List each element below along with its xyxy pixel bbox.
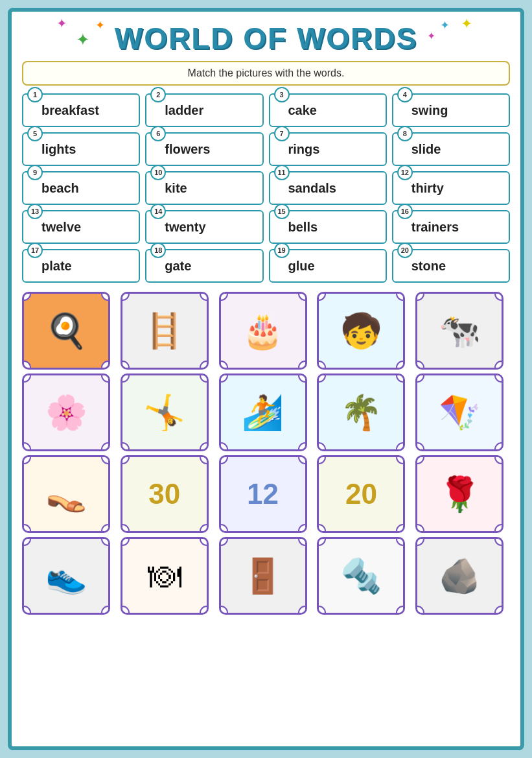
word-cell-5: 5lights [22, 132, 140, 166]
page-title: WORLD OF WORDS [115, 21, 418, 55]
pic-circle-br-11 [200, 524, 209, 533]
pic-circle-bl-4 [415, 361, 424, 370]
pic-circle-br-8 [396, 442, 405, 451]
pic-circle-br-17 [298, 606, 307, 615]
pic-circle-bl-17 [219, 606, 228, 615]
pic-circle-bl-6 [121, 442, 130, 451]
pic-circle-bl-5 [22, 442, 31, 451]
word-number-1: 1 [27, 87, 43, 102]
twelve-pic: 12 [219, 455, 307, 533]
pic-circle-tl-11 [121, 455, 130, 464]
pic-image-19: 🪨 [424, 545, 494, 607]
word-number-11: 11 [274, 165, 290, 180]
word-label-11: sandals [288, 181, 336, 196]
word-label-3: cake [288, 103, 318, 118]
pic-circle-tl-12 [219, 455, 228, 464]
page: ✦ ✦ ✦ ✦ ✦ ✦ WORLD OF WORDS Match the pic… [8, 8, 524, 750]
pic-circle-tl-3 [317, 292, 326, 301]
word-cell-6: 6flowers [145, 132, 263, 166]
pic-circle-tr-6 [200, 373, 209, 383]
pic-circle-br-0 [101, 361, 110, 370]
pic-circle-tl-8 [317, 373, 326, 383]
word-number-16: 16 [397, 204, 413, 219]
pic-circle-bl-2 [219, 361, 228, 370]
pic-circle-bl-0 [22, 361, 31, 370]
twenty-pic: 20 [317, 455, 405, 533]
word-label-9: beach [41, 181, 79, 196]
thirty-pic: 30 [121, 455, 209, 533]
pic-image-1: 🪜 [130, 300, 200, 362]
pic-image-6: 🤸 [130, 381, 200, 444]
pic-circle-bl-16 [121, 606, 130, 615]
pic-circle-bl-1 [121, 361, 130, 370]
pic-circle-tl-1 [121, 292, 130, 301]
word-number-17: 17 [27, 243, 43, 258]
pic-circle-br-10 [101, 524, 110, 533]
word-number-18: 18 [150, 243, 166, 258]
gate-pic: 🚪 [219, 537, 307, 615]
flowers-pic: 🌸 [22, 373, 110, 451]
word-cell-14: 14twenty [145, 210, 263, 244]
pic-image-2: 🎂 [228, 300, 298, 362]
pic-circle-br-13 [396, 524, 405, 533]
instruction-text: Match the pictures with the words. [188, 67, 345, 78]
pic-image-17: 🚪 [228, 545, 298, 607]
word-cell-9: 9beach [22, 171, 140, 205]
pic-circle-bl-9 [415, 442, 424, 451]
pic-circle-tl-10 [22, 455, 31, 464]
instruction-box: Match the pictures with the words. [22, 61, 510, 86]
pic-circle-br-2 [298, 361, 307, 370]
word-number-7: 7 [274, 126, 290, 141]
star-6: ✦ [427, 30, 435, 42]
pic-circle-tr-16 [200, 537, 209, 546]
word-number-12: 12 [397, 165, 413, 180]
word-label-8: slide [411, 142, 441, 157]
word-cell-16: 16trainers [392, 210, 510, 244]
pic-circle-br-16 [200, 606, 209, 615]
pic-circle-tr-8 [396, 373, 405, 383]
stone-pic: 🪨 [415, 537, 503, 615]
sandals-pic: 👡 [22, 455, 110, 533]
pic-circle-tr-18 [396, 537, 405, 546]
word-cell-15: 15bells [269, 210, 387, 244]
word-cell-2: 2ladder [145, 93, 263, 127]
word-label-20: stone [411, 259, 446, 274]
pic-circle-tr-5 [101, 373, 110, 383]
star-2: ✦ [76, 30, 90, 50]
pic-circle-tr-1 [200, 292, 209, 301]
pic-circle-br-6 [200, 442, 209, 451]
word-number-13: 13 [27, 204, 43, 219]
pic-circle-bl-7 [219, 442, 228, 451]
word-number-8: 8 [397, 126, 413, 141]
word-cell-1: 1breakfast [22, 93, 140, 127]
pic-circle-bl-15 [22, 606, 31, 615]
pic-image-14: 🌹 [424, 463, 494, 525]
pic-circle-tr-15 [101, 537, 110, 546]
pic-circle-br-7 [298, 442, 307, 451]
word-cell-19: 19glue [269, 249, 387, 283]
pic-circle-tl-7 [219, 373, 228, 383]
pic-circle-tl-2 [219, 292, 228, 301]
pic-image-5: 🌸 [31, 381, 101, 444]
pic-circle-br-9 [494, 442, 503, 451]
star-1: ✦ [56, 16, 67, 31]
pic-circle-tl-13 [317, 455, 326, 464]
word-number-5: 5 [27, 126, 43, 141]
pic-circle-bl-12 [219, 524, 228, 533]
word-cell-3: 3cake [269, 93, 387, 127]
pic-circle-tl-19 [415, 537, 424, 546]
pic-circle-tr-3 [396, 292, 405, 301]
pic-circle-tr-2 [298, 292, 307, 301]
pic-circle-br-18 [396, 606, 405, 615]
word-cell-20: 20stone [392, 249, 510, 283]
pic-circle-tr-10 [101, 455, 110, 464]
word-label-15: bells [288, 220, 318, 235]
word-label-10: kite [165, 181, 187, 196]
word-cell-13: 13twelve [22, 210, 140, 244]
pic-circle-tl-6 [121, 373, 130, 383]
word-number-6: 6 [150, 126, 166, 141]
flower-pic: 🌹 [415, 455, 503, 533]
pic-circle-br-1 [200, 361, 209, 370]
glue-pic: 🔩 [317, 537, 405, 615]
pic-circle-tl-14 [415, 455, 424, 464]
